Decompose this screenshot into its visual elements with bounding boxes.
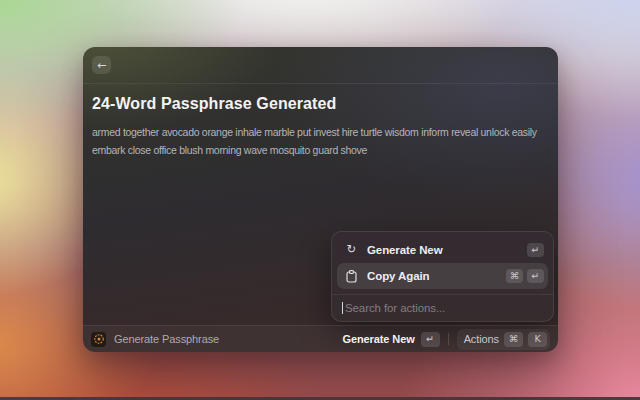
actions-button-label: Actions <box>464 333 499 345</box>
status-bar-actions: Generate New ↵ Actions ⌘ K <box>342 329 550 350</box>
clipboard-icon <box>344 270 359 283</box>
search-placeholder: Search for actions... <box>345 302 445 314</box>
command-key-badge: ⌘ <box>506 269 523 283</box>
actions-search-field[interactable]: Search for actions... <box>332 294 553 321</box>
extension-icon <box>91 332 106 347</box>
text-cursor <box>342 302 343 314</box>
action-item-label: Copy Again <box>367 270 506 282</box>
desktop: ← 24-Word Passphrase Generated armed tog… <box>0 0 640 400</box>
return-key-badge: ↵ <box>421 332 440 347</box>
action-item-copy-again[interactable]: Copy Again ⌘ ↵ <box>337 263 548 289</box>
actions-panel: ↻ Generate New ↵ Copy Again <box>331 231 554 322</box>
shortcut-keys: ⌘ ↵ <box>506 269 544 283</box>
return-key-badge: ↵ <box>527 269 544 283</box>
shortcut-keys: ↵ <box>527 243 544 257</box>
primary-action-button[interactable]: Generate New <box>342 333 414 345</box>
actions-list: ↻ Generate New ↵ Copy Again <box>332 232 553 294</box>
detail-view: 24-Word Passphrase Generated armed toget… <box>83 84 558 160</box>
command-key-badge: ⌘ <box>504 332 523 347</box>
back-button[interactable]: ← <box>92 56 111 74</box>
action-item-generate-new[interactable]: ↻ Generate New ↵ <box>337 237 548 263</box>
k-key-badge: K <box>528 332 547 347</box>
action-item-label: Generate New <box>367 244 527 256</box>
actions-button[interactable]: Actions ⌘ K <box>457 329 550 350</box>
return-key-badge: ↵ <box>527 243 544 257</box>
back-arrow-icon: ← <box>97 60 106 71</box>
raycast-window: ← 24-Word Passphrase Generated armed tog… <box>83 47 558 352</box>
status-bar: Generate Passphrase Generate New ↵ Actio… <box>83 325 558 352</box>
passphrase-text: armed together avocado orange inhale mar… <box>92 123 550 160</box>
page-title: 24-Word Passphrase Generated <box>92 95 548 113</box>
window-header: ← <box>83 47 558 84</box>
refresh-icon: ↻ <box>344 244 359 256</box>
command-name: Generate Passphrase <box>114 333 219 345</box>
divider <box>448 333 449 345</box>
